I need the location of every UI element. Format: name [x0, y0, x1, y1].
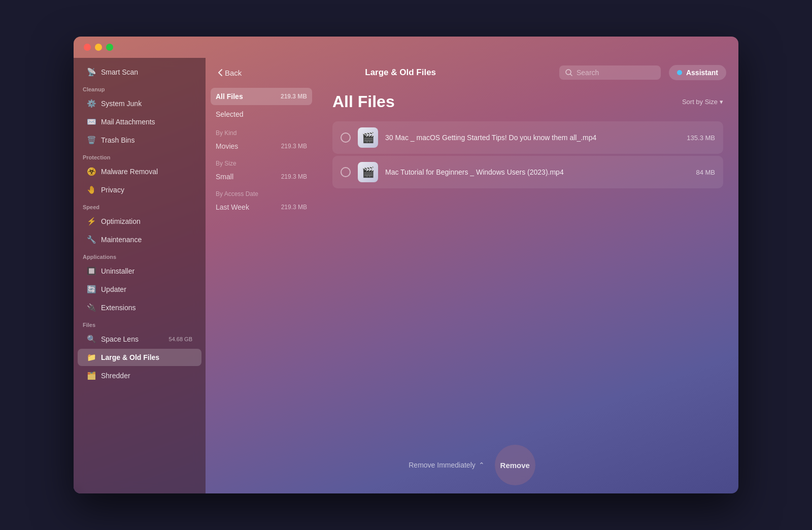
section-speed: Speed — [74, 199, 206, 212]
sidebar-item-shredder[interactable]: 🗂️ Shredder — [78, 367, 201, 384]
mail-icon: ✉️ — [87, 117, 96, 126]
movies-size: 219.3 MB — [281, 143, 307, 150]
updater-icon: 🔄 — [87, 285, 96, 294]
small-size: 219.3 MB — [281, 173, 307, 180]
file-name-1: Mac Tutorial for Beginners _ Windows Use… — [385, 168, 689, 176]
shredder-label: Shredder — [101, 372, 130, 380]
space-lens-label: Space Lens — [101, 335, 139, 343]
extensions-label: Extensions — [101, 304, 136, 312]
search-input[interactable] — [577, 69, 653, 77]
sidebar-item-smart-scan[interactable]: 📡 Smart Scan — [78, 63, 201, 81]
file-icon-1: 🎬 — [358, 162, 378, 182]
by-size-label: By Size — [211, 154, 312, 169]
maintenance-label: Maintenance — [101, 236, 142, 244]
file-radio-1[interactable] — [341, 167, 351, 177]
last-week-filter-label: Last Week — [216, 203, 249, 211]
search-icon — [565, 69, 572, 76]
uninstaller-label: Uninstaller — [101, 267, 134, 275]
sort-chevron-icon: ▾ — [720, 98, 723, 106]
privacy-label: Privacy — [101, 186, 124, 194]
sidebar-item-mail-attachments[interactable]: ✉️ Mail Attachments — [78, 113, 201, 130]
system-junk-icon: ⚙️ — [87, 99, 96, 108]
filter-selected[interactable]: Selected — [211, 106, 312, 123]
shredder-icon: 🗂️ — [87, 371, 96, 380]
filter-panel: All Files 219.3 MB Selected By Kind Movi… — [206, 87, 317, 437]
uninstaller-icon: 🔲 — [87, 267, 96, 276]
remove-immediately-label: Remove Immediately — [409, 461, 476, 469]
minimize-button[interactable] — [95, 44, 102, 51]
sort-label: Sort by Size — [682, 98, 718, 106]
extensions-icon: 🔌 — [87, 303, 96, 312]
remove-label: Remove — [500, 461, 530, 470]
content-area: All Files 219.3 MB Selected By Kind Movi… — [206, 87, 738, 437]
right-panel: Back Large & Old Files Assistant — [206, 58, 738, 493]
by-access-label: By Access Date — [211, 184, 312, 200]
bottom-bar: Remove Immediately ⌃ Remove — [206, 437, 738, 493]
smart-scan-icon: 📡 — [87, 68, 96, 77]
system-junk-label: System Junk — [101, 100, 142, 108]
sidebar-item-malware-removal[interactable]: ☣️ Malware Removal — [78, 163, 201, 180]
optimization-icon: ⚡ — [87, 217, 96, 226]
sort-button[interactable]: Sort by Size ▾ — [682, 98, 723, 106]
sidebar-item-privacy[interactable]: 🤚 Privacy — [78, 181, 201, 198]
file-icon-0: 🎬 — [358, 127, 378, 148]
filter-small[interactable]: Small 219.3 MB — [211, 169, 312, 184]
trash-label: Trash Bins — [101, 136, 134, 144]
top-bar: Back Large & Old Files Assistant — [206, 58, 738, 87]
remove-immediately-option[interactable]: Remove Immediately ⌃ — [409, 461, 485, 469]
mail-label: Mail Attachments — [101, 118, 155, 126]
assistant-label: Assistant — [686, 69, 718, 77]
file-size-0: 135.3 MB — [687, 134, 715, 142]
filter-last-week[interactable]: Last Week 219.3 MB — [211, 200, 312, 215]
close-button[interactable] — [84, 44, 91, 51]
large-old-files-label: Large & Old Files — [101, 353, 159, 361]
remove-button[interactable]: Remove — [495, 445, 535, 485]
sidebar-item-optimization[interactable]: ⚡ Optimization — [78, 213, 201, 230]
filter-all-files[interactable]: All Files 219.3 MB — [211, 88, 312, 105]
small-filter-label: Small — [216, 173, 233, 181]
sidebar-item-large-old-files[interactable]: 📁 Large & Old Files — [78, 349, 201, 366]
assistant-button[interactable]: Assistant — [669, 65, 726, 80]
search-bar[interactable] — [559, 65, 661, 80]
section-protection: Protection — [74, 149, 206, 162]
malware-label: Malware Removal — [101, 168, 158, 176]
remove-immediately-chevron-icon: ⌃ — [479, 461, 485, 469]
file-name-0: 30 Mac _ macOS Getting Started Tips! Do … — [385, 134, 680, 142]
back-button[interactable]: Back — [218, 69, 242, 77]
file-row-1[interactable]: 🎬 Mac Tutorial for Beginners _ Windows U… — [332, 156, 723, 188]
updater-label: Updater — [101, 285, 126, 293]
file-row-0[interactable]: 🎬 30 Mac _ macOS Getting Started Tips! D… — [332, 121, 723, 154]
sidebar-item-system-junk[interactable]: ⚙️ System Junk — [78, 95, 201, 112]
all-files-filter-label: All Files — [216, 92, 243, 101]
by-kind-label: By Kind — [211, 123, 312, 139]
sidebar-item-space-lens[interactable]: 🔍 Space Lens 54.68 GB — [78, 330, 201, 348]
files-header: All Files Sort by Size ▾ — [332, 92, 723, 111]
files-title: All Files — [332, 92, 395, 111]
space-lens-icon: 🔍 — [87, 335, 96, 344]
sidebar-item-trash-bins[interactable]: 🗑️ Trash Bins — [78, 131, 201, 149]
section-applications: Applications — [74, 249, 206, 262]
file-size-1: 84 MB — [696, 169, 715, 176]
sidebar: 📡 Smart Scan Cleanup ⚙️ System Junk ✉️ M… — [74, 58, 206, 493]
sidebar-item-extensions[interactable]: 🔌 Extensions — [78, 299, 201, 316]
selected-filter-label: Selected — [216, 110, 243, 118]
back-label: Back — [225, 69, 242, 77]
sidebar-item-maintenance[interactable]: 🔧 Maintenance — [78, 231, 201, 248]
maximize-button[interactable] — [106, 44, 113, 51]
maintenance-icon: 🔧 — [87, 235, 96, 244]
last-week-size: 219.3 MB — [281, 204, 307, 211]
sidebar-item-updater[interactable]: 🔄 Updater — [78, 281, 201, 298]
section-cleanup: Cleanup — [74, 81, 206, 94]
optimization-label: Optimization — [101, 217, 141, 225]
file-radio-0[interactable] — [341, 132, 351, 143]
top-title: Large & Old Files — [250, 68, 551, 78]
filter-movies[interactable]: Movies 219.3 MB — [211, 139, 312, 154]
sidebar-item-uninstaller[interactable]: 🔲 Uninstaller — [78, 262, 201, 280]
files-panel: All Files Sort by Size ▾ 🎬 30 Mac _ macO… — [317, 87, 738, 437]
movies-filter-label: Movies — [216, 142, 238, 150]
all-files-size: 219.3 MB — [281, 93, 307, 100]
smart-scan-label: Smart Scan — [101, 68, 138, 76]
traffic-lights — [84, 44, 113, 51]
malware-icon: ☣️ — [87, 167, 96, 176]
trash-icon: 🗑️ — [87, 136, 96, 145]
